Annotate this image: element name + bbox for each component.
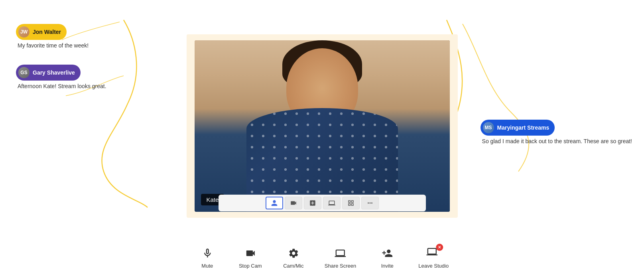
strip-add-button[interactable] <box>304 197 321 209</box>
presenter-video <box>195 40 450 212</box>
chat-bubble-gary: GS Gary Shaverlive Afternoon Kate! Strea… <box>16 65 106 89</box>
video-container: Kate <box>187 34 458 218</box>
chat-bubble-maryingart: MS Maryingart Streams So glad I made it … <box>481 120 632 144</box>
video-frame: Kate <box>195 40 450 212</box>
share-screen-label: Share Screen <box>325 263 356 269</box>
maryingart-avatar: MS <box>483 122 494 133</box>
cam-mic-button[interactable]: Cam/Mic <box>282 246 305 269</box>
maryingart-bubble-header: MS Maryingart Streams <box>481 120 555 136</box>
mute-button[interactable]: Mute <box>195 246 219 269</box>
mute-icon <box>200 246 215 260</box>
gary-name: Gary Shaverlive <box>33 69 75 76</box>
stop-cam-label: Stop Cam <box>239 263 262 269</box>
strip-person-button[interactable] <box>266 197 283 209</box>
gary-avatar: GS <box>18 67 30 78</box>
stop-cam-button[interactable]: Stop Cam <box>238 246 262 269</box>
strip-screen-button[interactable] <box>323 197 341 209</box>
stop-cam-icon <box>243 246 258 260</box>
cam-mic-label: Cam/Mic <box>283 263 303 269</box>
jon-bubble-header: JW Jon Walter <box>16 24 67 40</box>
gary-message: Afternoon Kate! Stream looks great. <box>16 83 106 89</box>
mute-label: Mute <box>201 263 213 269</box>
bottom-controls: Mute Stop Cam Cam/Mic Share Screen <box>195 246 449 269</box>
strip-grid-button[interactable] <box>342 197 360 209</box>
chat-right-container: MS Maryingart Streams So glad I made it … <box>481 120 632 160</box>
gary-avatar-image: GS <box>18 67 30 78</box>
jon-avatar-image: JW <box>18 26 30 37</box>
invite-label: Invite <box>381 263 394 269</box>
share-screen-icon <box>333 246 348 260</box>
leave-red-circle: × <box>436 244 443 251</box>
strip-camera-button[interactable] <box>285 197 302 209</box>
strip-more-button[interactable] <box>361 197 379 209</box>
share-screen-button[interactable]: Share Screen <box>325 246 356 269</box>
maryingart-avatar-image: MS <box>483 122 494 133</box>
toolbar-strip <box>219 195 426 211</box>
jon-name: Jon Walter <box>33 29 61 35</box>
jon-message: My favorite time of the week! <box>16 42 106 49</box>
leave-studio-label: Leave Studio <box>418 263 449 269</box>
maryingart-name: Maryingart Streams <box>497 124 549 131</box>
leave-studio-button[interactable]: × Leave Studio <box>418 246 449 269</box>
gary-bubble-header: GS Gary Shaverlive <box>16 65 81 81</box>
jon-avatar: JW <box>18 26 30 37</box>
cam-mic-icon <box>286 246 301 260</box>
maryingart-message: So glad I made it back out to the stream… <box>481 138 632 144</box>
leave-icon-wrapper: × <box>426 246 441 260</box>
invite-button[interactable]: Invite <box>375 246 399 269</box>
leave-studio-icon: × <box>426 246 441 260</box>
chat-bubble-jon: JW Jon Walter My favorite time of the we… <box>16 24 106 49</box>
invite-icon <box>380 246 394 260</box>
chat-left-container: JW Jon Walter My favorite time of the we… <box>16 24 106 105</box>
